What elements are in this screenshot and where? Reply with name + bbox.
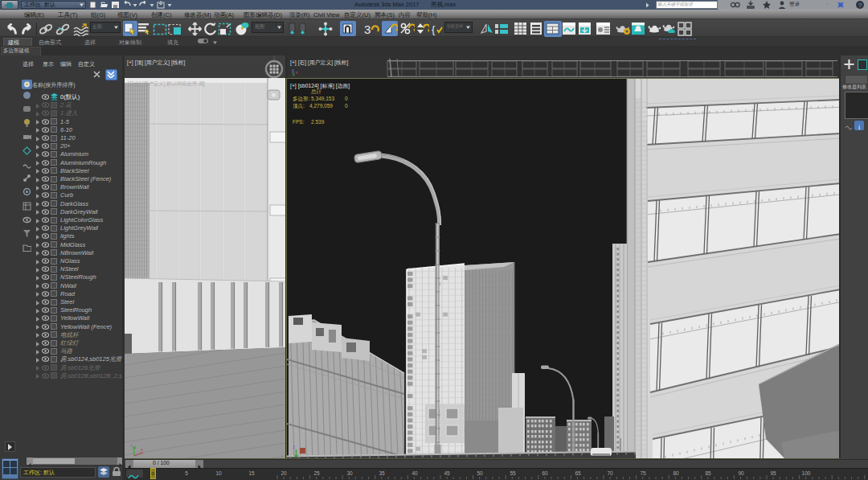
svg-text:z: z	[130, 443, 133, 448]
svg-text:?: ?	[858, 2, 862, 9]
svg-text:3: 3	[364, 23, 371, 36]
svg-text:x: x	[141, 447, 143, 452]
svg-text:{: {	[432, 23, 436, 35]
svg-text:z: z	[293, 444, 295, 449]
svg-text:i: i	[858, 124, 861, 131]
